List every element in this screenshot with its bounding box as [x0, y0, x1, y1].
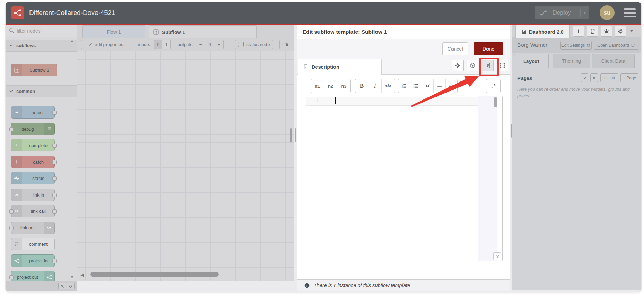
hr-button[interactable]: —: [434, 79, 446, 93]
header: Different-Collared-Dove-4521 Deploy ▾ su: [6, 2, 641, 24]
palette-scroll-down-icon[interactable]: ▼: [70, 275, 74, 279]
edit-settings-button[interactable]: Edit Settings: [560, 41, 592, 50]
link-button[interactable]: [446, 79, 457, 93]
deploy-button[interactable]: Deploy ▾: [535, 6, 589, 19]
filter-nodes-input[interactable]: [16, 26, 73, 35]
main-menu-button[interactable]: [624, 8, 636, 17]
palette-node-catch[interactable]: catch: [11, 156, 55, 168]
sidebar-resize-separator[interactable]: [510, 25, 512, 281]
h1-button[interactable]: h1: [311, 79, 324, 93]
bug-icon: [604, 28, 609, 34]
flow-tab-bar: Flow 1 Subflow 1: [77, 25, 294, 38]
palette-node-link-call[interactable]: link call: [11, 205, 55, 217]
info-circle-icon: [304, 283, 310, 288]
user-avatar[interactable]: su: [600, 5, 615, 20]
tab-subflow-1[interactable]: Subflow 1: [149, 25, 257, 38]
hscroll-left-icon[interactable]: ◀: [80, 272, 84, 277]
palette-node-status[interactable]: status: [11, 172, 55, 184]
expand-all-button[interactable]: [67, 283, 75, 289]
editor-vscrollbar-thumb[interactable]: [494, 97, 497, 107]
description-editor[interactable]: 1 ?: [306, 96, 503, 261]
italic-button[interactable]: I: [368, 79, 382, 93]
tab-client-data[interactable]: Client Data: [592, 54, 635, 68]
trash-icon: [284, 42, 289, 47]
code-button[interactable]: </>: [382, 79, 395, 93]
expand-editor-button[interactable]: [486, 79, 500, 93]
debug-bug-button[interactable]: [601, 26, 612, 37]
palette-node-link-out[interactable]: link out: [11, 222, 55, 234]
outputs-count[interactable]: 0: [205, 40, 214, 49]
ordered-list-button[interactable]: [398, 79, 410, 93]
bar-chart-icon: [522, 29, 527, 35]
drag-handle[interactable]: [511, 124, 512, 138]
palette-scroll-up-icon[interactable]: ▲: [70, 39, 74, 43]
delete-subflow-button[interactable]: [279, 40, 294, 49]
sidebar-caret-icon[interactable]: ▾: [630, 28, 633, 33]
edit-properties-button[interactable]: edit properties: [81, 40, 130, 49]
palette-node-subflow-1[interactable]: Subflow 1: [11, 64, 57, 76]
tab-dashboard-2[interactable]: Dashboard 2.0: [515, 25, 570, 38]
add-link-button[interactable]: + Link: [600, 73, 618, 82]
palette-node-comment[interactable]: comment: [11, 238, 55, 250]
deploy-caret-icon[interactable]: ▾: [584, 10, 586, 15]
palette-node-link-in[interactable]: link in: [11, 189, 55, 201]
subflow-toolbar: edit properties inputs: 0 1 outputs: − 0…: [77, 38, 294, 51]
h2-button[interactable]: h2: [324, 79, 337, 93]
format-group: B I </>: [355, 79, 395, 93]
deploy-icon: [540, 10, 548, 16]
deploy-label: Deploy: [548, 9, 576, 16]
editor-help-button[interactable]: ?: [493, 252, 501, 260]
status-node-checkbox[interactable]: [238, 42, 244, 47]
tab-description[interactable]: Description: [298, 59, 382, 75]
inputs-0-button[interactable]: 0: [154, 40, 162, 49]
link-icon: [11, 189, 22, 201]
tray-resize-separator[interactable]: [294, 25, 297, 281]
palette: subflows Subflow 1 common inject debug: [6, 25, 77, 281]
link-chain-icon: [449, 83, 454, 89]
module-cube-button[interactable]: [467, 60, 478, 71]
quote-button[interactable]: “: [422, 79, 434, 93]
pages-expand-button[interactable]: [590, 73, 598, 82]
document-icon: [303, 64, 308, 70]
edit-subflow-dialog: Edit subflow template: Subflow 1 Cancel …: [297, 25, 510, 290]
add-page-button[interactable]: + Page: [620, 73, 638, 82]
drag-handle[interactable]: [295, 128, 296, 142]
canvas-vscrollbar-thumb[interactable]: [290, 128, 292, 142]
bold-button[interactable]: B: [355, 79, 368, 93]
search-icon: [9, 28, 14, 33]
h3-button[interactable]: h3: [337, 79, 350, 93]
canvas-hscrollbar-thumb[interactable]: [90, 272, 219, 277]
palette-node-debug[interactable]: debug: [11, 123, 55, 135]
outputs-plus-button[interactable]: +: [214, 40, 224, 49]
flow-canvas[interactable]: [77, 51, 294, 281]
tab-flow-1[interactable]: Flow 1: [82, 25, 145, 38]
project-title: Different-Collared-Dove-4521: [29, 2, 115, 24]
collapse-all-button[interactable]: [58, 283, 66, 289]
pages-collapse-button[interactable]: [581, 73, 588, 82]
palette-search[interactable]: [6, 25, 77, 37]
help-book-button[interactable]: [587, 26, 598, 37]
open-dashboard-button[interactable]: Open Dashboard: [594, 41, 638, 50]
palette-node-complete[interactable]: complete: [11, 139, 55, 151]
outputs-minus-button[interactable]: −: [196, 40, 205, 49]
tab-theming[interactable]: Theming: [553, 54, 590, 68]
inject-icon: [11, 106, 22, 118]
unordered-list-button[interactable]: [410, 79, 422, 93]
properties-gear-button[interactable]: [452, 60, 464, 71]
palette-category-subflows[interactable]: subflows: [6, 40, 77, 52]
palette-node-project-in[interactable]: project in: [11, 254, 55, 267]
status-node-toggle[interactable]: status node: [235, 40, 273, 49]
info-sidebar-button[interactable]: i: [573, 26, 584, 37]
done-button[interactable]: Done: [474, 42, 503, 55]
config-gear-button[interactable]: [615, 26, 626, 37]
pencil-icon: [88, 42, 92, 47]
list-group: “ —: [398, 79, 458, 93]
inputs-1-button[interactable]: 1: [162, 40, 171, 49]
tab-layout[interactable]: Layout: [514, 54, 549, 68]
palette-category-common[interactable]: common: [6, 85, 77, 97]
palette-node-inject[interactable]: inject: [11, 106, 55, 119]
node-red-logo-icon: [11, 255, 22, 267]
dialog-title-bar: Edit subflow template: Subflow 1: [297, 25, 510, 40]
cancel-button[interactable]: Cancel: [442, 42, 468, 55]
category-label: subflows: [16, 43, 36, 48]
